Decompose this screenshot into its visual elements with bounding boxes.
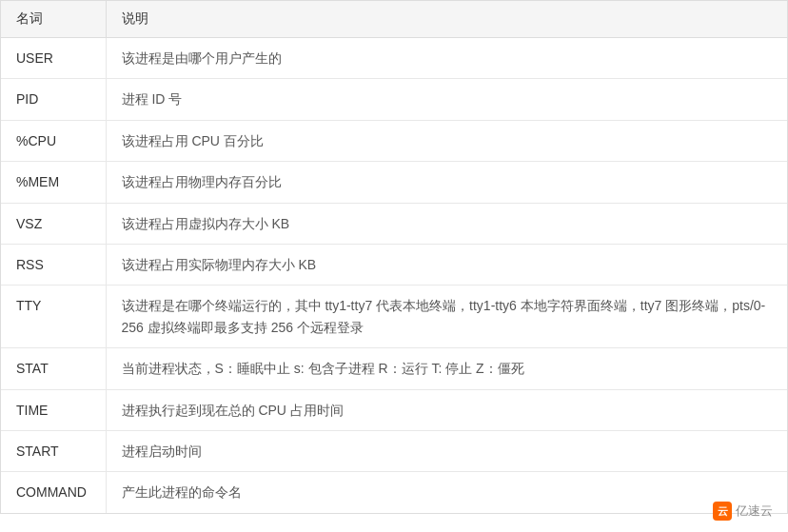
cell-term: COMMAND: [1, 472, 106, 513]
table-row: PID进程 ID 号: [1, 79, 787, 120]
cell-term: TIME: [1, 389, 106, 430]
cell-term: %CPU: [1, 120, 106, 161]
cell-term: USER: [1, 38, 106, 79]
cell-term: STAT: [1, 348, 106, 389]
cell-desc: 进程启动时间: [106, 430, 787, 471]
col-header-term: 名词: [1, 1, 106, 38]
cell-term: TTY: [1, 286, 106, 348]
cell-term: START: [1, 430, 106, 471]
col-header-desc: 说明: [106, 1, 787, 38]
cell-desc: 该进程占用实际物理内存大小 KB: [106, 244, 787, 285]
watermark: 云 亿速云: [713, 502, 773, 521]
watermark-icon: 云: [713, 502, 732, 521]
main-table: 名词 说明 USER该进程是由哪个用户产生的PID进程 ID 号%CPU该进程占…: [0, 0, 788, 514]
table-row: RSS该进程占用实际物理内存大小 KB: [1, 244, 787, 285]
cell-desc: 产生此进程的命令名: [106, 472, 787, 513]
watermark-text: 亿速云: [736, 502, 773, 520]
cell-desc: 当前进程状态，S：睡眠中止 s: 包含子进程 R：运行 T: 停止 Z：僵死: [106, 348, 787, 389]
table-row: START进程启动时间: [1, 430, 787, 471]
cell-desc: 该进程占用 CPU 百分比: [106, 120, 787, 161]
cell-term: %MEM: [1, 162, 106, 203]
cell-desc: 进程 ID 号: [106, 79, 787, 120]
cell-desc: 该进程占用物理内存百分比: [106, 162, 787, 203]
table-row: COMMAND产生此进程的命令名: [1, 472, 787, 513]
table-row: STAT当前进程状态，S：睡眠中止 s: 包含子进程 R：运行 T: 停止 Z：…: [1, 348, 787, 389]
table-header-row: 名词 说明: [1, 1, 787, 38]
cell-term: PID: [1, 79, 106, 120]
cell-desc: 该进程占用虚拟内存大小 KB: [106, 203, 787, 244]
cell-desc: 进程执行起到现在总的 CPU 占用时间: [106, 389, 787, 430]
cell-desc: 该进程是在哪个终端运行的，其中 tty1-tty7 代表本地终端，tty1-tt…: [106, 286, 787, 348]
table-row: TIME进程执行起到现在总的 CPU 占用时间: [1, 389, 787, 430]
table-row: %MEM该进程占用物理内存百分比: [1, 162, 787, 203]
cell-term: RSS: [1, 244, 106, 285]
table-row: VSZ该进程占用虚拟内存大小 KB: [1, 203, 787, 244]
cell-term: VSZ: [1, 203, 106, 244]
table-row: %CPU该进程占用 CPU 百分比: [1, 120, 787, 161]
table-row: TTY该进程是在哪个终端运行的，其中 tty1-tty7 代表本地终端，tty1…: [1, 286, 787, 348]
cell-desc: 该进程是由哪个用户产生的: [106, 38, 787, 79]
table-row: USER该进程是由哪个用户产生的: [1, 38, 787, 79]
